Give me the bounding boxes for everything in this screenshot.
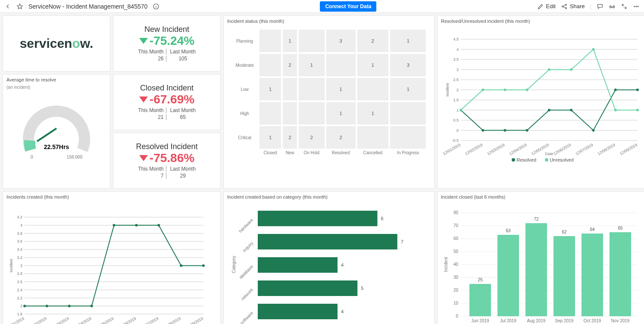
card-title: Incidents created (this month) <box>3 192 220 202</box>
svg-point-54 <box>636 89 639 91</box>
info-icon[interactable] <box>153 3 159 10</box>
svg-text:2.8: 2.8 <box>17 271 22 276</box>
svg-text:62: 62 <box>562 230 567 234</box>
svg-text:software: software <box>239 310 254 324</box>
kpi-label: New Incident <box>144 25 189 34</box>
svg-text:12/06/2019: 12/06/2019 <box>553 143 572 156</box>
kpi-closed-incident[interactable]: Closed Incident -67.69% This MonthLast M… <box>113 74 221 130</box>
arrow-left-icon <box>4 3 11 10</box>
svg-text:3.5: 3.5 <box>453 57 459 62</box>
svg-text:2.6: 2.6 <box>17 280 22 284</box>
kpi-label: Resolved Incident <box>136 142 197 151</box>
created-line-card[interactable]: Incidents created (this month) 1.822.22.… <box>3 191 221 324</box>
svg-text:network: network <box>240 287 254 301</box>
expand-icon <box>621 3 628 10</box>
svg-text:12/02/2019: 12/02/2019 <box>464 143 483 156</box>
svg-point-61 <box>592 48 595 51</box>
svg-text:72: 72 <box>534 217 539 221</box>
svg-rect-110 <box>258 211 378 226</box>
svg-text:Date: Date <box>545 152 553 156</box>
star-button[interactable] <box>16 3 23 10</box>
comment-icon <box>597 3 603 10</box>
svg-point-105 <box>113 224 116 227</box>
svg-text:80: 80 <box>453 210 459 215</box>
svg-rect-113 <box>258 234 397 249</box>
star-icon <box>16 3 23 10</box>
card-title: Incident closed (last 6 months) <box>438 192 644 202</box>
svg-rect-122 <box>258 304 338 319</box>
kpi-label: Closed Incident <box>140 84 194 93</box>
share-icon <box>561 3 568 10</box>
svg-point-56 <box>481 89 484 91</box>
svg-text:Incident: Incident <box>444 257 448 272</box>
svg-point-50 <box>548 109 550 112</box>
svg-rect-160 <box>525 223 547 316</box>
svg-rect-119 <box>258 280 357 296</box>
card-title: Incident created based on category (this… <box>224 192 434 202</box>
svg-text:6: 6 <box>381 216 384 221</box>
top-toolbar: ServiceNow - Incident Management_845570 … <box>0 0 644 13</box>
kpi-subtable: This MonthLast Month2165 <box>134 106 199 121</box>
triangle-down-icon <box>139 38 148 44</box>
svg-text:Jul 2019: Jul 2019 <box>500 318 516 323</box>
svg-text:Incident: Incident <box>445 83 450 97</box>
resolved-line-card[interactable]: Resolved/Unresolved incident (this month… <box>437 16 644 189</box>
svg-text:0.5: 0.5 <box>453 118 459 122</box>
svg-text:Oct 2019: Oct 2019 <box>584 318 601 323</box>
kpi-new-incident[interactable]: New Incident -75.24% This MonthLast Mont… <box>113 16 221 72</box>
svg-point-47 <box>481 129 484 132</box>
svg-text:12/09/2019: 12/09/2019 <box>619 143 638 156</box>
svg-text:2.5: 2.5 <box>453 78 459 82</box>
share-button[interactable]: Share <box>561 3 585 10</box>
svg-text:60: 60 <box>453 236 459 241</box>
svg-point-51 <box>570 109 572 112</box>
line-chart: -0.500.511.522.533.544.512/01/201912/02/… <box>441 26 644 156</box>
card-subtitle: (an incident) <box>3 85 110 90</box>
card-title: Incident status (this month) <box>224 16 434 26</box>
svg-text:3.6: 3.6 <box>17 239 22 243</box>
svg-text:3: 3 <box>20 264 22 268</box>
glasses-button[interactable] <box>609 3 616 10</box>
svg-text:4.2: 4.2 <box>17 215 22 219</box>
svg-text:database: database <box>238 264 254 280</box>
glasses-icon <box>609 3 616 10</box>
svg-text:Aug 2019: Aug 2019 <box>527 318 546 323</box>
kpi-resolved-incident[interactable]: Resolved Incident -75.86% This MonthLast… <box>113 133 221 189</box>
svg-text:12/03/2019: 12/03/2019 <box>486 143 505 156</box>
svg-text:12/01/2019: 12/01/2019 <box>6 316 25 324</box>
svg-point-59 <box>548 69 550 71</box>
svg-text:20: 20 <box>453 288 459 293</box>
expand-button[interactable] <box>621 3 628 10</box>
svg-text:30: 30 <box>453 275 459 280</box>
more-button[interactable] <box>633 3 640 10</box>
card-title: Resolved/Unresolved incident (this month… <box>438 16 644 26</box>
svg-text:Jun 2019: Jun 2019 <box>471 318 489 323</box>
bar-chart: 0102030405060708025Jun 201963Jul 201972A… <box>441 202 644 324</box>
svg-rect-163 <box>553 236 575 316</box>
back-button[interactable] <box>4 3 11 10</box>
line-chart: 1.822.22.42.62.833.23.43.63.844.212/01/2… <box>3 202 214 324</box>
comment-button[interactable] <box>597 3 603 10</box>
svg-text:12/02/2019: 12/02/2019 <box>28 316 47 324</box>
triangle-down-icon <box>139 97 148 103</box>
heatmap-card[interactable]: Incident status (this month) Planning132… <box>223 16 435 189</box>
connect-data-button[interactable]: Connect Your Data <box>320 1 376 12</box>
category-bar-card[interactable]: Incident created based on category (this… <box>223 191 435 324</box>
svg-text:3: 3 <box>456 68 459 72</box>
svg-text:-0.5: -0.5 <box>452 138 459 143</box>
svg-text:1.8: 1.8 <box>17 312 22 316</box>
svg-line-9 <box>37 128 56 141</box>
svg-text:10: 10 <box>453 301 459 305</box>
svg-rect-169 <box>610 232 631 316</box>
svg-text:2.2: 2.2 <box>17 296 22 300</box>
svg-text:22.57Hrs: 22.57Hrs <box>44 143 69 150</box>
svg-text:12/01/2019: 12/01/2019 <box>442 143 461 156</box>
svg-text:12/07/2019: 12/07/2019 <box>140 316 159 324</box>
edit-button[interactable]: Edit <box>537 3 556 10</box>
svg-point-101 <box>23 305 26 307</box>
svg-text:12/04/2019: 12/04/2019 <box>509 143 528 156</box>
gauge-card[interactable]: Average time to resolve (an incident) 22… <box>3 74 110 189</box>
svg-point-55 <box>460 109 462 112</box>
closed-bar-card[interactable]: Incident closed (last 6 months) 01020304… <box>437 191 644 324</box>
share-label: Share <box>570 3 585 9</box>
